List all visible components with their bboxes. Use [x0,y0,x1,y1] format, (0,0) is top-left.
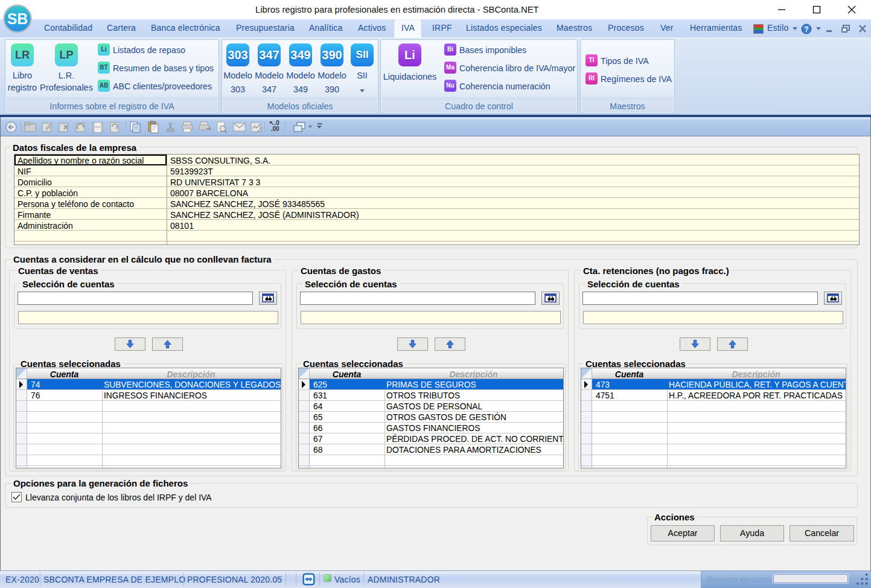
svg-text:?: ? [804,25,808,34]
svg-text:SB: SB [7,10,28,27]
